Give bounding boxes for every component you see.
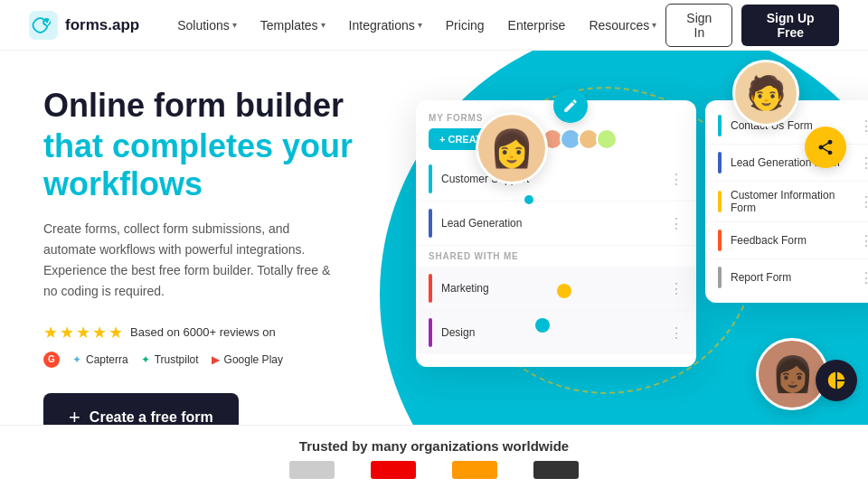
chevron-down-icon: ▾	[652, 20, 656, 30]
trusted-title: Trusted by many organizations worldwide	[0, 438, 868, 454]
form-detail-panel: Contact Us Form ⋮ Lead Generation Form ⋮…	[705, 100, 868, 303]
form-color-indicator	[718, 115, 722, 136]
hero-right: MY FORMS + CREATE FORM Customer Support …	[398, 51, 868, 488]
more-options-icon[interactable]: ⋮	[859, 269, 868, 286]
avatar-woman-top: 👩	[476, 112, 548, 184]
stars-row: ★ ★ ★ ★ ★ Based on 6000+ reviews on	[43, 323, 369, 343]
teal-dot-accent	[535, 318, 550, 333]
hero-section: Online form builder that completes your …	[0, 51, 868, 488]
form-preview-card: MY FORMS + CREATE FORM Customer Support …	[416, 100, 696, 367]
more-options-icon[interactable]: ⋮	[669, 171, 684, 188]
avatar-4	[596, 128, 618, 150]
more-options-icon[interactable]: ⋮	[859, 232, 868, 249]
more-options-icon[interactable]: ⋮	[669, 324, 684, 342]
form-color-indicator	[429, 164, 432, 193]
trusted-logos	[0, 461, 868, 479]
trustpilot-badge: ✦ Trustpilot	[141, 353, 199, 366]
share-icon-circle	[805, 127, 846, 168]
nav-solutions[interactable]: Solutions ▾	[168, 13, 246, 38]
more-options-icon[interactable]: ⋮	[669, 280, 684, 297]
form-color-indicator	[718, 191, 722, 212]
nav-resources[interactable]: Resources ▾	[580, 13, 665, 38]
nav-templates[interactable]: Templates ▾	[251, 13, 335, 38]
pencil-icon-circle	[553, 89, 588, 123]
chevron-down-icon: ▾	[418, 20, 422, 30]
form-item-design[interactable]: Design ⋮	[416, 311, 696, 354]
g2-badge: G	[43, 352, 60, 368]
more-options-icon[interactable]: ⋮	[859, 117, 868, 135]
form-color-indicator	[718, 230, 722, 251]
form-color-indicator	[429, 318, 432, 347]
logo-icon	[29, 11, 58, 40]
nav-enterprise[interactable]: Enterprise	[499, 13, 575, 38]
avatar-man-top-right: 🧑	[732, 60, 799, 127]
stars-text: Based on 6000+ reviews on	[130, 325, 276, 339]
form-item-marketing[interactable]: Marketing ⋮	[416, 267, 696, 311]
avatar-stack	[542, 128, 618, 150]
teal-dot-small	[524, 195, 533, 204]
trusted-logo-4	[533, 461, 579, 479]
star-4: ★	[92, 323, 107, 343]
hero-description: Create forms, collect form submissions, …	[43, 219, 333, 302]
hero-title-main: Online form builder	[43, 87, 369, 124]
form-detail-report[interactable]: Report Form ⋮	[705, 259, 868, 296]
star-5: ★	[108, 323, 123, 343]
form-color-indicator	[429, 274, 432, 303]
nav-links: Solutions ▾ Templates ▾ Integrations ▾ P…	[168, 13, 665, 38]
logo[interactable]: forms.app	[29, 11, 139, 40]
form-detail-feedback[interactable]: Feedback Form ⋮	[705, 222, 868, 259]
star-1: ★	[43, 323, 58, 343]
form-item-lead-generation[interactable]: Lead Generation ⋮	[416, 202, 696, 246]
form-detail-customer-info[interactable]: Customer Information Form ⋮	[705, 182, 868, 222]
form-item-customer-support[interactable]: Customer Support ⋮	[416, 157, 696, 202]
navbar: forms.app Solutions ▾ Templates ▾ Integr…	[0, 0, 868, 51]
trusted-section: Trusted by many organizations worldwide	[0, 425, 868, 488]
g2-icon: G	[43, 352, 60, 368]
trusted-logo-3	[452, 461, 497, 479]
trusted-logo-1	[289, 461, 335, 479]
capterra-badge: ✦ Capterra	[72, 353, 128, 366]
googleplay-icon: ▶	[212, 353, 220, 366]
trusted-logo-2	[371, 461, 416, 479]
capterra-icon: ✦	[72, 353, 81, 366]
form-color-indicator	[429, 209, 432, 238]
star-2: ★	[60, 323, 74, 343]
chevron-down-icon: ▾	[232, 20, 237, 30]
hero-title-sub: that completes your workflows	[43, 127, 369, 202]
logo-text: forms.app	[65, 16, 139, 34]
form-color-indicator	[718, 152, 722, 174]
star-rating: ★ ★ ★ ★ ★	[43, 323, 123, 343]
nav-pricing[interactable]: Pricing	[437, 13, 494, 38]
form-color-indicator	[718, 267, 722, 288]
googleplay-badge: ▶ Google Play	[212, 353, 283, 366]
signup-button[interactable]: Sign Up Free	[741, 5, 839, 46]
star-3: ★	[76, 323, 90, 343]
signin-button[interactable]: Sign In	[665, 4, 732, 47]
shared-label: SHARED WITH ME	[416, 251, 696, 261]
chevron-down-icon: ▾	[321, 20, 326, 30]
nav-actions: Sign In Sign Up Free	[665, 4, 839, 47]
hero-left: Online form builder that completes your …	[0, 51, 398, 488]
pie-chart-icon-circle	[816, 360, 857, 401]
more-options-icon[interactable]: ⋮	[669, 215, 684, 232]
more-options-icon[interactable]: ⋮	[859, 155, 868, 172]
more-options-icon[interactable]: ⋮	[859, 193, 868, 211]
nav-integrations[interactable]: Integrations ▾	[340, 13, 431, 38]
yellow-dot-accent	[557, 284, 571, 298]
reviews-row: G ✦ Capterra ✦ Trustpilot ▶ Google Play	[43, 352, 369, 368]
trustpilot-icon: ✦	[141, 353, 150, 366]
